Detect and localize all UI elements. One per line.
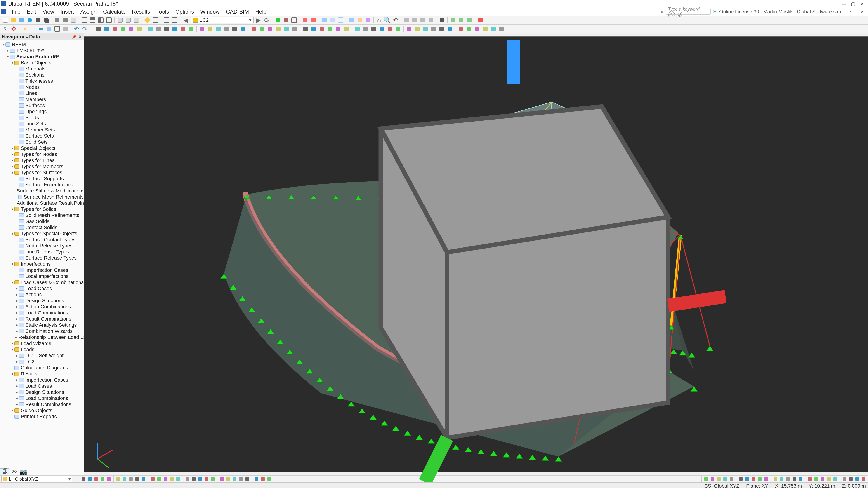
toggle-numbers[interactable] — [290, 17, 298, 24]
close-panel-icon[interactable]: ✕ — [79, 34, 82, 39]
tree-item[interactable]: Additional Surface Result Points — [0, 200, 84, 206]
tree-item[interactable]: ▾Results — [0, 371, 84, 377]
edit-tool-26[interactable] — [318, 26, 326, 32]
units-button[interactable] — [152, 17, 159, 24]
tree-item[interactable]: ▸Load Combinations — [0, 395, 84, 401]
edit-tool-4[interactable] — [127, 26, 135, 32]
edit-tool-30[interactable] — [353, 26, 361, 32]
edit-tool-14[interactable] — [215, 26, 222, 32]
tree-item[interactable]: Surface Eccentricities — [0, 182, 84, 188]
edit-tool-34[interactable] — [386, 26, 394, 32]
menu-insert[interactable]: Insert — [57, 8, 77, 15]
edit-tool-12[interactable] — [198, 26, 206, 32]
console-button[interactable] — [124, 17, 132, 24]
tree-item[interactable]: ▸Design Situations — [0, 389, 84, 395]
edit-tool-20[interactable] — [266, 26, 274, 32]
tree-item[interactable]: ▾Loads — [0, 346, 84, 352]
pin-icon[interactable]: 📌 — [72, 34, 76, 39]
tree-item[interactable]: ▸Types for Nodes — [0, 151, 84, 157]
tables-button[interactable] — [116, 17, 124, 24]
render-wire[interactable] — [337, 17, 344, 24]
menu-assign[interactable]: Assign — [77, 8, 100, 15]
tree-item[interactable]: Printout Reports — [0, 414, 84, 420]
tree-item[interactable]: ▸Guide Objects — [0, 408, 84, 414]
tree-item[interactable]: Members — [0, 96, 84, 102]
tree-item[interactable]: Surface Stiffness Modifications — [0, 188, 84, 194]
tree-item[interactable]: ▾Types for Special Objects — [0, 230, 84, 236]
tree-item[interactable]: ▸Actions — [0, 291, 84, 297]
edit-tool-39[interactable] — [430, 26, 437, 32]
prev-lc-button[interactable]: ◀ — [182, 17, 190, 24]
tree-item[interactable]: ▸Special Objects — [0, 145, 84, 151]
edit-tool-33[interactable] — [378, 26, 385, 32]
zoom-all[interactable]: ⌂ — [375, 17, 383, 24]
edit-tool-37[interactable] — [413, 26, 421, 32]
edit-tool-44[interactable] — [473, 26, 481, 32]
menu-file[interactable]: File — [8, 8, 24, 15]
tree-item[interactable]: Surface Sets — [0, 133, 84, 139]
colors-2[interactable] — [356, 17, 364, 24]
edit-tool-7[interactable] — [155, 26, 162, 32]
tree-item[interactable]: Solids — [0, 115, 84, 121]
new-model-button[interactable] — [2, 17, 9, 24]
undo-button[interactable]: ↶ — [72, 26, 80, 32]
close-button[interactable]: ✕ — [858, 1, 867, 6]
edit-tool-36[interactable] — [405, 26, 413, 32]
edit-tool-29[interactable] — [342, 26, 350, 32]
print-graphic-button[interactable] — [61, 17, 69, 24]
tree-item[interactable]: ▾Secuan Praha.rf6* — [0, 54, 84, 60]
solid-button[interactable] — [61, 26, 69, 32]
print-button[interactable] — [53, 17, 61, 24]
tree-item[interactable]: ▸Load Combinations — [0, 310, 84, 316]
tree-item[interactable]: ▸Load Cases — [0, 383, 84, 389]
tree-item[interactable]: ▾RFEM — [0, 41, 84, 47]
addon-3[interactable] — [465, 17, 473, 24]
toggle-supports[interactable] — [274, 17, 282, 24]
edit-tool-45[interactable] — [482, 26, 489, 32]
tree-item[interactable]: Lines — [0, 90, 84, 96]
cloud-button[interactable] — [26, 17, 34, 24]
addon-2[interactable] — [457, 17, 465, 24]
edit-tool-43[interactable] — [465, 26, 473, 32]
tree-item[interactable]: Materials — [0, 66, 84, 72]
zoom-prev[interactable]: ↶ — [392, 17, 399, 24]
edit-tool-11[interactable] — [187, 26, 195, 32]
report-button[interactable] — [70, 17, 77, 24]
edit-tool-32[interactable] — [370, 26, 377, 32]
edit-tool-0[interactable] — [95, 26, 102, 32]
tree-item[interactable]: ▸Static Analysis Settings — [0, 322, 84, 328]
tree-item[interactable]: Surface Supports — [0, 175, 84, 182]
opening-button[interactable] — [53, 26, 61, 32]
minimize-button[interactable]: — — [839, 1, 848, 6]
tree-item[interactable]: Local Imperfections — [0, 273, 84, 279]
menu-results[interactable]: Results — [129, 8, 153, 15]
colors-3[interactable] — [364, 17, 372, 24]
tree-item[interactable]: Calculation Diagrams — [0, 365, 84, 371]
load-case-selector[interactable]: LC2 ▾ — [191, 17, 254, 23]
keyword-search[interactable]: Type a keyword (Alt+Q) — [666, 9, 711, 15]
measure-button[interactable] — [144, 17, 151, 24]
edit-tool-28[interactable] — [334, 26, 342, 32]
node-button[interactable] — [21, 26, 29, 32]
nav-tab-display[interactable]: 👁 — [9, 468, 19, 475]
edit-tool-47[interactable] — [498, 26, 505, 32]
refresh-button[interactable]: ⟳ — [263, 17, 271, 24]
edit-tool-3[interactable] — [119, 26, 127, 32]
tree-item[interactable]: ▸Design Situations — [0, 297, 84, 304]
mdi-close[interactable]: ✕ — [858, 9, 867, 14]
colors-1[interactable] — [348, 17, 355, 24]
edit-tool-41[interactable] — [446, 26, 454, 32]
edit-tool-13[interactable] — [206, 26, 214, 32]
render-transparent[interactable] — [329, 17, 336, 24]
tree-item[interactable]: ▸Load Wizards — [0, 340, 84, 346]
edit-tool-17[interactable] — [239, 26, 247, 32]
edit-tool-1[interactable] — [103, 26, 111, 32]
redo-button[interactable]: ↷ — [81, 26, 88, 32]
tree-item[interactable]: Solid Mesh Refinements — [0, 212, 84, 218]
edit-tool-5[interactable] — [135, 26, 143, 32]
navigator-tree[interactable]: ▾RFEM▸TMS061.rf6*▾Secuan Praha.rf6*▾Basi… — [0, 40, 84, 468]
edit-tool-18[interactable] — [250, 26, 258, 32]
menu-view[interactable]: View — [39, 8, 57, 15]
iso-view[interactable] — [403, 17, 410, 24]
edit-tool-25[interactable] — [310, 26, 318, 32]
